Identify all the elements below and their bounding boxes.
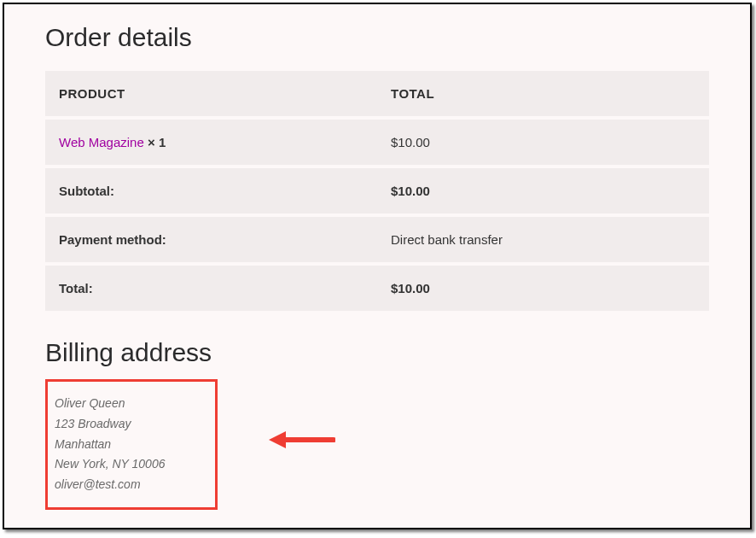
billing-address-wrapper: Oliver Queen 123 Broadway Manhattan New …	[45, 379, 709, 510]
billing-email: oliver@test.com	[55, 475, 206, 495]
col-header-total: TOTAL	[377, 71, 709, 118]
payment-method-label: Payment method:	[45, 215, 377, 264]
billing-name: Oliver Queen	[55, 394, 206, 414]
order-item-row: Web Magazine × 1 $10.00	[45, 118, 709, 167]
order-details-table: PRODUCT TOTAL Web Magazine × 1 $10.00 Su…	[45, 71, 709, 314]
order-details-heading: Order details	[45, 23, 709, 52]
order-details-card: Order details PRODUCT TOTAL Web Magazine…	[3, 3, 752, 529]
svg-marker-1	[269, 431, 286, 448]
billing-city-state-zip: New York, NY 10006	[55, 454, 206, 475]
col-header-product: PRODUCT	[45, 71, 377, 118]
product-quantity: × 1	[148, 135, 166, 149]
billing-address-box: Oliver Queen 123 Broadway Manhattan New …	[45, 379, 218, 510]
total-value: $10.00	[377, 264, 709, 313]
subtotal-value: $10.00	[377, 167, 709, 215]
product-link[interactable]: Web Magazine	[59, 135, 144, 149]
billing-district: Manhattan	[55, 435, 206, 455]
subtotal-row: Subtotal: $10.00	[45, 167, 709, 215]
payment-method-row: Payment method: Direct bank transfer	[45, 215, 709, 264]
subtotal-label: Subtotal:	[45, 167, 377, 215]
payment-method-value: Direct bank transfer	[377, 215, 709, 264]
annotation-arrow-icon	[267, 429, 335, 451]
order-item-cell: Web Magazine × 1	[45, 118, 377, 167]
order-item-total: $10.00	[377, 118, 709, 167]
total-row: Total: $10.00	[45, 264, 709, 313]
billing-address-heading: Billing address	[45, 338, 709, 367]
total-label: Total:	[45, 264, 377, 313]
billing-street: 123 Broadway	[55, 414, 206, 435]
